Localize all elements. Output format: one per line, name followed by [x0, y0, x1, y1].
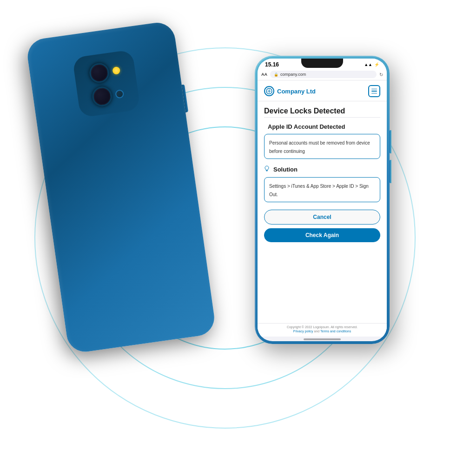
battery-icon: ⚡: [374, 62, 379, 67]
phone-screen: 15.16 ▲▲ ⚡ AA 🔒 company.com ↻: [258, 59, 387, 341]
alert-title: Apple ID Account Detected: [268, 123, 345, 130]
alert-text: Personal accounts must be removed from d…: [269, 140, 370, 154]
solution-box: Settings > iTunes & App Store > Apple ID…: [264, 177, 380, 202]
footer-links: Privacy policy and Terms and conditions: [264, 330, 380, 333]
company-logo: [264, 86, 274, 96]
web-footer: Copyright © 2022 Logoipsum. All rights r…: [258, 323, 387, 337]
camera-flash: [112, 66, 120, 74]
status-icons: ▲▲ ⚡: [364, 62, 379, 67]
menu-line-2: [371, 91, 377, 92]
cancel-button[interactable]: Cancel: [264, 210, 380, 225]
camera-lens-1: [88, 62, 110, 84]
privacy-policy-link[interactable]: Privacy policy: [293, 330, 313, 333]
page-title: Device Locks Detected: [264, 107, 380, 115]
front-side-buttons: [390, 130, 391, 190]
company-header: Company Ltd: [258, 80, 387, 101]
footer-and: and: [314, 330, 320, 333]
web-content: Company Ltd Device Locks Detected: [258, 80, 387, 337]
solution-text: Settings > iTunes & App Store > Apple ID…: [269, 184, 369, 197]
terms-link[interactable]: Terms and conditions: [320, 330, 351, 333]
phone-front: 15.16 ▲▲ ⚡ AA 🔒 company.com ↻: [255, 56, 390, 344]
camera-lidar: [115, 89, 124, 99]
check-again-button[interactable]: Check Again: [264, 228, 380, 242]
alert-box: Personal accounts must be removed from d…: [264, 134, 380, 159]
solution-title: Solution: [273, 166, 298, 173]
company-name: Company Ltd: [277, 88, 316, 95]
status-time: 15.16: [265, 61, 279, 68]
bulb-icon: [264, 165, 270, 173]
browser-url-bar[interactable]: 🔒 company.com: [270, 71, 377, 78]
solution-section: Solution: [264, 165, 380, 173]
company-brand: Company Ltd: [264, 86, 316, 96]
menu-icon[interactable]: [368, 85, 380, 97]
volume-up-button: [390, 130, 391, 153]
reload-icon[interactable]: ↻: [379, 72, 383, 77]
camera-lens-2: [91, 85, 113, 107]
page-content: Device Locks Detected Apple ID Account D…: [258, 101, 387, 323]
menu-line-3: [371, 93, 377, 94]
volume-down-button: [390, 160, 391, 183]
notch: [301, 59, 343, 68]
menu-line-1: [371, 89, 377, 90]
browser-bar: AA 🔒 company.com ↻: [258, 69, 387, 80]
scene: 15.16 ▲▲ ⚡ AA 🔒 company.com ↻: [0, 0, 450, 476]
wifi-icon: ▲▲: [364, 62, 372, 67]
alert-section: Apple ID Account Detected: [264, 123, 380, 130]
footer-copyright: Copyright © 2022 Logoipsum. All rights r…: [264, 325, 380, 329]
lock-icon: 🔒: [274, 73, 278, 77]
home-indicator: [304, 338, 341, 340]
browser-url: company.com: [280, 72, 306, 77]
browser-aa-label[interactable]: AA: [261, 72, 267, 77]
camera-module: [72, 50, 140, 118]
title-divider: [264, 117, 380, 118]
